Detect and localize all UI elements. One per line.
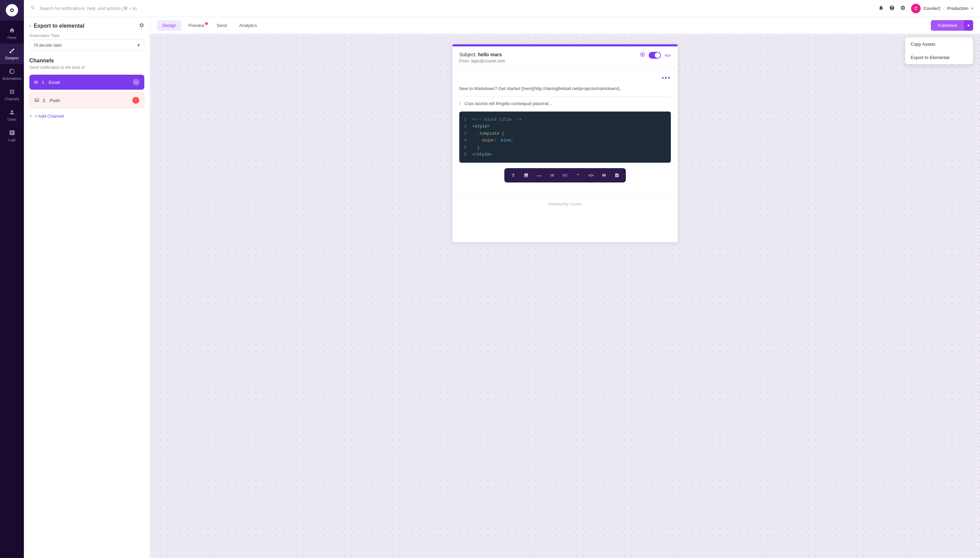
- channel-push-left: 2. Push: [35, 98, 60, 103]
- left-panel: ‹ Export to elemental Subscription Topic…: [24, 17, 150, 558]
- channel-push-error-badge: !: [132, 97, 139, 104]
- code-block[interactable]: 1 <!-- block title --> 2 <style> 3 .temp…: [459, 112, 671, 163]
- svg-point-1: [11, 9, 13, 11]
- toolbar-divider-btn[interactable]: —: [533, 170, 545, 181]
- channels-subtitle: Send notification to the best of: [30, 65, 144, 70]
- sidebar-item-home[interactable]: Home: [0, 23, 24, 44]
- subscription-value: I'll decide later: [34, 43, 62, 48]
- push-icon: [35, 98, 39, 103]
- channel-email-badge: ↑: [133, 79, 140, 85]
- tab-analytics-label: Analytics: [239, 23, 257, 28]
- sidebar-item-automations[interactable]: Automations: [0, 64, 24, 85]
- sidebar-item-channels[interactable]: Channels: [0, 85, 24, 105]
- channel-push-name: Push: [50, 98, 60, 103]
- editor-toolbar: T — MD " </>: [504, 168, 626, 182]
- topbar-icons: C Courier2 / Production ▾: [878, 4, 973, 13]
- target-icon[interactable]: [640, 52, 645, 59]
- tab-design-label: Design: [163, 23, 176, 28]
- subscription-select[interactable]: I'll decide later ▾: [30, 39, 144, 51]
- sidebar-item-logs[interactable]: Logs: [0, 126, 24, 146]
- add-icon: +: [30, 113, 32, 119]
- sidebar: Home Designer Automations Channels Users: [0, 0, 24, 558]
- subscription-chevron-icon: ▾: [138, 43, 140, 48]
- add-channel-button[interactable]: + + Add Channel: [30, 111, 144, 121]
- email-dots[interactable]: •••: [459, 74, 671, 82]
- panel-header: ‹ Export to elemental: [30, 23, 144, 30]
- toolbar-list-btn[interactable]: [546, 170, 558, 181]
- sidebar-home-label: Home: [8, 36, 17, 39]
- notifications-icon[interactable]: [878, 5, 884, 12]
- copy-assets-label: Copy Assets: [911, 42, 935, 47]
- toolbar-columns-btn[interactable]: [598, 170, 610, 181]
- search-placeholder: Search for notifications, help, and acti…: [39, 6, 136, 11]
- toolbar-image-btn[interactable]: [520, 170, 532, 181]
- toolbar-checklist-btn[interactable]: [611, 170, 623, 181]
- toolbar-quote-btn[interactable]: ": [572, 170, 584, 181]
- automations-icon: [9, 68, 15, 75]
- tab-design[interactable]: Design: [157, 20, 181, 31]
- sidebar-designer-label: Designer: [5, 56, 19, 60]
- tab-send[interactable]: Send: [211, 20, 232, 31]
- back-button[interactable]: ‹: [30, 23, 31, 29]
- publish-dropdown-button[interactable]: ▾: [964, 20, 973, 31]
- toolbar-row: T — MD " </>: [459, 168, 671, 182]
- channel-push[interactable]: 2. Push !: [30, 92, 144, 108]
- tab-analytics[interactable]: Analytics: [234, 20, 262, 31]
- channel-email-name: Email: [49, 80, 60, 85]
- sidebar-users-label: Users: [8, 118, 16, 121]
- publish-dropdown-menu: Copy Assets Export to Elemental: [905, 37, 973, 64]
- settings-icon[interactable]: [900, 5, 906, 12]
- code-view-icon[interactable]: </>: [664, 53, 671, 58]
- user-env: Production: [947, 6, 968, 11]
- user-name: Courier2: [923, 6, 941, 11]
- tab-send-label: Send: [217, 23, 227, 28]
- channel-email-left: ✉ 1. Email: [34, 79, 60, 85]
- sidebar-logo[interactable]: [0, 0, 24, 20]
- email-from: From: tejas@courier.com: [459, 59, 505, 64]
- user-badge[interactable]: C Courier2 / Production ▾: [911, 4, 973, 13]
- home-icon: [9, 27, 15, 34]
- code-line-5: 5 }: [464, 144, 666, 151]
- tabs: Design Preview Send Analytics: [157, 20, 262, 31]
- blockquote: Cras lacinia elit fringilla consequat pl…: [459, 101, 671, 106]
- email-meta: Subject: hello mars From: tejas@courier.…: [459, 52, 505, 64]
- panel-title: Export to elemental: [34, 23, 84, 29]
- divider-1: [459, 97, 671, 97]
- tab-bar-right: Published ▾ Copy Assets Export to Elemen…: [931, 20, 973, 31]
- main-area: Search for notifications, help, and acti…: [24, 0, 980, 558]
- copy-assets-item[interactable]: Copy Assets: [905, 38, 973, 51]
- sidebar-item-users[interactable]: Users: [0, 105, 24, 126]
- search-field[interactable]: Search for notifications, help, and acti…: [39, 6, 874, 11]
- channel-email-num: 1.: [42, 80, 45, 85]
- tab-preview[interactable]: Preview: [183, 20, 209, 31]
- from-value: tejas@courier.com: [471, 59, 505, 64]
- code-line-3: 3 .template {: [464, 130, 666, 137]
- content-area: ‹ Export to elemental Subscription Topic…: [24, 17, 980, 558]
- channels-title: Channels: [30, 57, 144, 64]
- channel-email[interactable]: ✉ 1. Email ↑: [30, 75, 144, 90]
- toolbar-text-btn[interactable]: T: [507, 170, 520, 181]
- sidebar-channels-label: Channels: [5, 97, 19, 101]
- logo-mark: [6, 4, 18, 16]
- email-icon: ✉: [34, 79, 38, 85]
- published-button[interactable]: Published: [931, 20, 964, 31]
- toggle-switch[interactable]: [649, 52, 661, 59]
- email-canvas: Subject: hello mars From: tejas@courier.…: [150, 34, 980, 558]
- email-card: Subject: hello mars From: tejas@courier.…: [452, 44, 677, 242]
- subject-value: hello mars: [478, 52, 502, 57]
- toolbar-md-btn[interactable]: MD: [559, 170, 571, 181]
- code-line-1: 1 <!-- block title -->: [464, 116, 666, 123]
- designer-icon: [9, 48, 15, 55]
- markdown-hint: New to Markdown? Get started [here](http…: [459, 86, 671, 91]
- export-elemental-item[interactable]: Export to Elemental: [905, 51, 973, 64]
- channel-push-num: 2.: [43, 98, 46, 103]
- sidebar-automations-label: Automations: [2, 77, 21, 80]
- toolbar-code-btn[interactable]: </>: [585, 170, 597, 181]
- help-icon[interactable]: [889, 5, 895, 12]
- search-icon: [31, 5, 36, 11]
- code-line-6: 6 </style>: [464, 151, 666, 158]
- panel-gear-icon[interactable]: [139, 23, 144, 30]
- panel-title-row: ‹ Export to elemental: [30, 23, 84, 29]
- tab-bar: Design Preview Send Analytics Pu: [150, 17, 980, 34]
- sidebar-item-designer[interactable]: Designer: [0, 44, 24, 64]
